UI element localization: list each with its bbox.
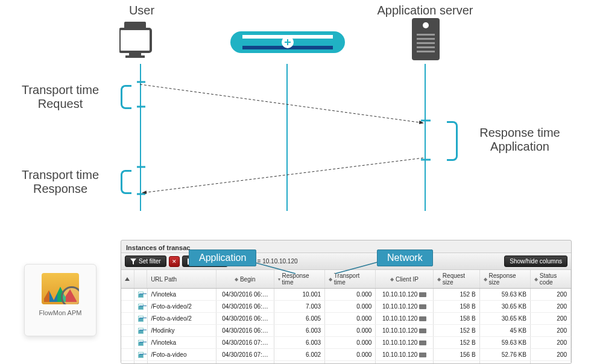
svg-line-27 <box>335 262 378 274</box>
application-callout-tag: Application <box>189 249 256 266</box>
svg-line-26 <box>253 262 295 274</box>
callout-lines <box>0 0 594 364</box>
network-callout-tag: Network <box>377 249 433 266</box>
